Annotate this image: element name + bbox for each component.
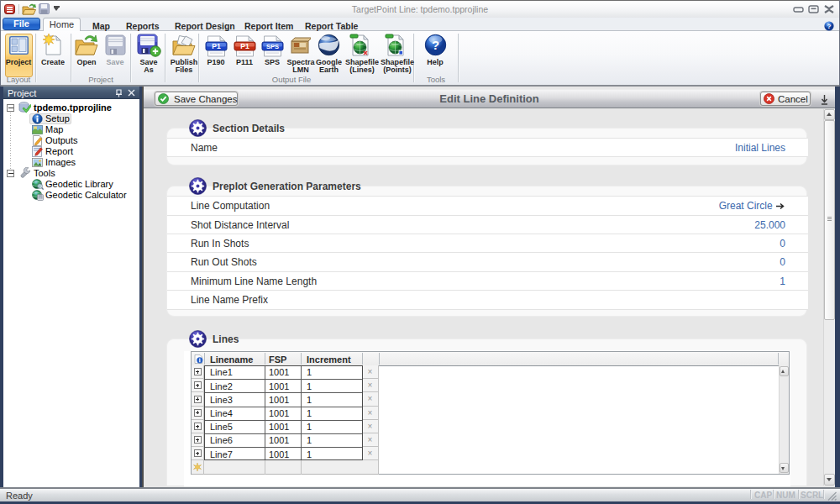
svg-text:P1: P1	[240, 42, 249, 50]
svg-text:P1: P1	[212, 42, 221, 50]
svg-text:?: ?	[432, 38, 439, 52]
svg-text:?: ?	[827, 23, 832, 30]
svg-text:SPS: SPS	[266, 43, 279, 50]
